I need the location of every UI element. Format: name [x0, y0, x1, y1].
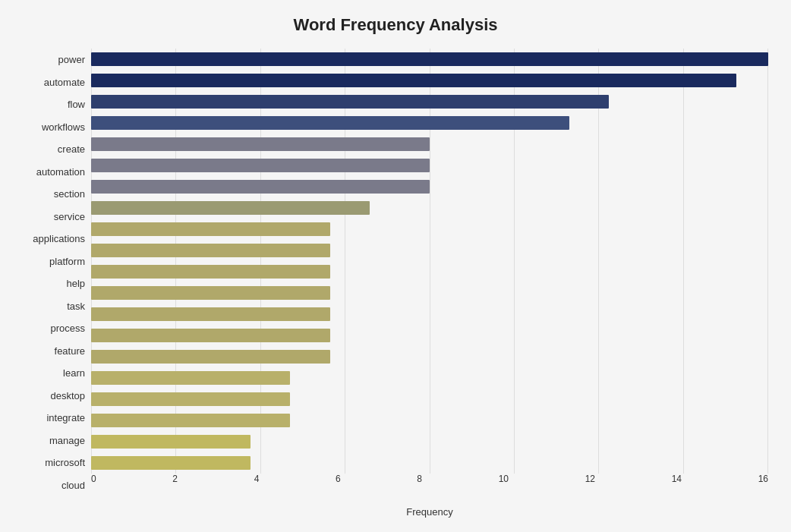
bar-row: [91, 327, 768, 344]
bar-row: [91, 433, 768, 450]
y-label: process: [50, 323, 85, 333]
bar-row: [91, 412, 768, 429]
y-label: service: [54, 212, 85, 222]
y-label: integrate: [46, 413, 85, 423]
bar: [91, 244, 330, 257]
chart-title: Word Frequency Analysis: [23, 15, 768, 35]
bar: [91, 265, 330, 279]
y-label: automation: [36, 167, 85, 177]
y-label: section: [54, 189, 85, 199]
y-label: help: [66, 279, 85, 288]
chart-area: powerautomateflowworkflowscreateautomati…: [23, 49, 768, 496]
plot-area: 0246810121416 Frequency: [91, 49, 768, 496]
bar: [91, 74, 736, 87]
bar-row: [91, 157, 768, 174]
bar-row: [91, 306, 768, 323]
bar: [91, 392, 290, 406]
bar: [91, 137, 430, 151]
bar-row: [91, 370, 768, 386]
bar-row: [91, 263, 768, 280]
bar-row: [91, 72, 768, 89]
chart-container: Word Frequency Analysis powerautomateflo…: [0, 0, 791, 532]
y-label: cloud: [61, 480, 85, 490]
bar-row: [91, 455, 768, 471]
bar-row: [91, 348, 768, 365]
bar: [91, 286, 330, 300]
bar-row: [91, 51, 768, 68]
y-label: power: [58, 55, 85, 65]
bar-row: [91, 115, 768, 131]
y-label: platform: [49, 257, 85, 266]
y-label: applications: [33, 234, 85, 244]
y-label: task: [67, 301, 85, 311]
bar: [91, 329, 330, 342]
x-axis-title: Frequency: [91, 506, 768, 518]
y-label: workflows: [42, 122, 85, 132]
bar: [91, 180, 430, 194]
bar-row: [91, 285, 768, 301]
bar: [91, 222, 330, 236]
y-label: feature: [55, 346, 85, 356]
bar: [91, 201, 370, 215]
bar: [91, 116, 569, 130]
y-label: create: [58, 144, 85, 154]
bar: [91, 435, 251, 449]
bar-row: [91, 178, 768, 195]
bars-container: [91, 49, 768, 496]
y-label: learn: [63, 368, 85, 378]
y-label: automate: [44, 77, 85, 87]
y-label: microsoft: [45, 458, 85, 467]
bar: [91, 414, 290, 427]
bar-row: [91, 391, 768, 408]
y-label: manage: [49, 436, 85, 445]
bar: [91, 350, 330, 364]
bar: [91, 95, 609, 109]
y-label: flow: [68, 99, 85, 109]
bar-row: [91, 93, 768, 110]
bar-row: [91, 200, 768, 216]
bar: [91, 52, 768, 66]
bar: [91, 371, 290, 385]
y-label: desktop: [50, 391, 85, 401]
bar: [91, 307, 330, 321]
bar: [91, 159, 430, 172]
bar-row: [91, 136, 768, 153]
bar-row: [91, 221, 768, 238]
bar: [91, 456, 251, 470]
y-axis-labels: powerautomateflowworkflowscreateautomati…: [23, 49, 91, 496]
bar-row: [91, 242, 768, 259]
